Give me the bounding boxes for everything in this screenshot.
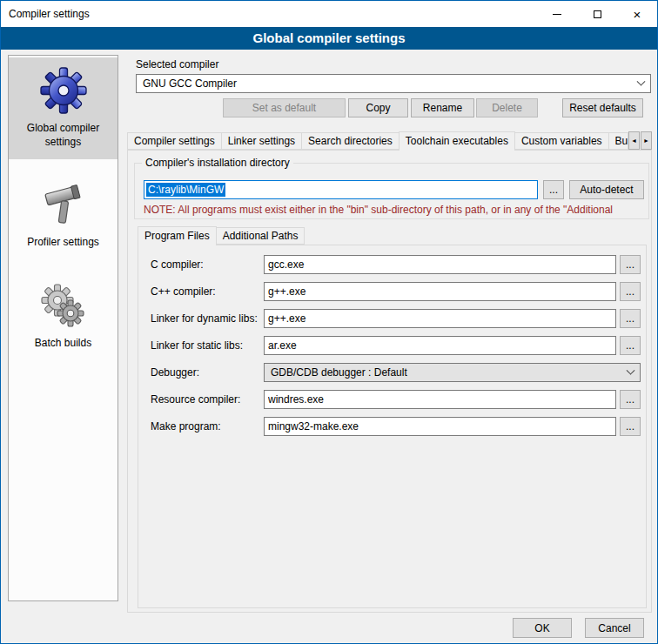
blue-gear-icon [39,66,88,115]
cancel-button[interactable]: Cancel [585,618,644,638]
batch-gears-icon [39,281,88,330]
sidebar-item-label: Global compiler settings [10,122,116,149]
cpp-compiler-row: C++ compiler: ... [138,282,646,301]
tab-scroll-left-button[interactable]: ◄ [628,131,640,150]
tab-program-files[interactable]: Program Files [138,226,217,245]
maximize-button[interactable] [577,1,617,27]
installation-directory-group: Compiler's installation directory C:\ray… [134,163,649,219]
program-files-tabstrip: Program Files Additional Paths [138,226,305,245]
minimize-button[interactable] [537,1,577,27]
window-controls: × [537,1,657,27]
resource-compiler-label: Resource compiler: [151,393,240,406]
sidebar-item-batch-builds[interactable]: Batch builds [9,272,118,361]
reset-defaults-button[interactable]: Reset defaults [562,98,643,117]
tab-compiler-settings[interactable]: Compiler settings [127,132,222,150]
selected-compiler-dropdown[interactable]: GNU GCC Compiler [136,74,651,93]
sidebar-item-label: Batch builds [10,337,116,351]
cpp-compiler-browse-button[interactable]: ... [620,282,641,301]
static-linker-row: Linker for static libs: ... [138,336,646,355]
c-compiler-row: C compiler: ... [138,255,646,274]
tab-search-directories[interactable]: Search directories [301,132,400,150]
sidebar-item-global-compiler-settings[interactable]: Global compiler settings [9,57,118,159]
delete-button[interactable]: Delete [476,98,538,117]
settings-tabstrip: Compiler settings Linker settings Search… [127,131,652,151]
toolchain-executables-page: Compiler's installation directory C:\ray… [127,150,652,613]
dynamic-linker-browse-button[interactable]: ... [620,309,641,328]
chevron-down-icon [637,77,646,85]
c-compiler-browse-button[interactable]: ... [620,255,641,274]
dialog-header-title: Global compiler settings [1,27,657,50]
settings-sidebar: Global compiler settings Profiler settin… [8,55,118,601]
tab-custom-variables[interactable]: Custom variables [514,132,609,150]
selected-compiler-label: Selected compiler [136,58,218,70]
cpp-compiler-input[interactable] [264,282,616,301]
program-files-panel: C compiler: ... C++ compiler: ... Linker… [138,245,647,608]
close-button[interactable]: × [617,1,657,27]
resource-compiler-row: Resource compiler: ... [138,390,646,409]
tab-scroll-right-button[interactable]: ► [641,131,652,150]
sidebar-item-profiler-settings[interactable]: Profiler settings [9,171,118,260]
make-program-input[interactable] [264,417,616,436]
cpp-compiler-label: C++ compiler: [151,285,216,298]
tab-build-options[interactable]: Build [608,132,628,150]
bin-subdirectory-note: NOTE: All programs must exist either in … [144,204,648,216]
dynamic-linker-row: Linker for dynamic libs: ... [138,309,646,328]
make-program-label: Make program: [151,420,221,433]
auto-detect-button[interactable]: Auto-detect [569,180,644,199]
installation-directory-group-title: Compiler's installation directory [142,157,293,169]
window-title: Compiler settings [9,8,90,20]
minimize-icon [553,14,561,15]
titlebar[interactable]: Compiler settings × [1,1,657,27]
install-dir-value: C:\raylib\MinGW [146,183,225,197]
resource-compiler-input[interactable] [264,390,616,409]
dynamic-linker-input[interactable] [264,309,616,328]
ok-button[interactable]: OK [513,618,572,638]
c-compiler-input[interactable] [264,255,616,274]
install-dir-input[interactable]: C:\raylib\MinGW [144,180,538,199]
sidebar-item-label: Profiler settings [10,236,116,250]
selected-compiler-value: GNU GCC Compiler [143,77,237,90]
copy-button[interactable]: Copy [348,98,408,117]
debugger-row: Debugger: GDB/CDB debugger : Default [138,363,646,382]
arrow-right-icon: ► [643,138,649,144]
tab-linker-settings[interactable]: Linker settings [221,132,302,150]
static-linker-input[interactable] [264,336,616,355]
arrow-left-icon: ◄ [631,138,637,144]
make-program-browse-button[interactable]: ... [620,417,641,436]
static-linker-browse-button[interactable]: ... [620,336,641,355]
set-as-default-button[interactable]: Set as default [223,98,346,117]
debugger-value: GDB/CDB debugger : Default [271,366,407,379]
tab-additional-paths[interactable]: Additional Paths [216,227,306,245]
compiler-settings-window: Compiler settings × Global compiler sett… [0,0,658,644]
static-linker-label: Linker for static libs: [151,339,243,352]
rename-button[interactable]: Rename [411,98,474,117]
debugger-dropdown[interactable]: GDB/CDB debugger : Default [264,363,641,382]
chevron-down-icon [627,366,635,374]
tab-toolchain-executables[interactable]: Toolchain executables [399,131,515,151]
install-dir-browse-button[interactable]: ... [543,180,564,199]
dynamic-linker-label: Linker for dynamic libs: [151,312,258,325]
debugger-label: Debugger: [151,366,199,379]
close-icon: × [634,8,641,21]
c-compiler-label: C compiler: [151,258,204,271]
resource-compiler-browse-button[interactable]: ... [620,390,641,409]
make-program-row: Make program: ... [138,417,646,436]
maximize-icon [594,10,601,18]
profiler-tool-icon [39,180,88,229]
